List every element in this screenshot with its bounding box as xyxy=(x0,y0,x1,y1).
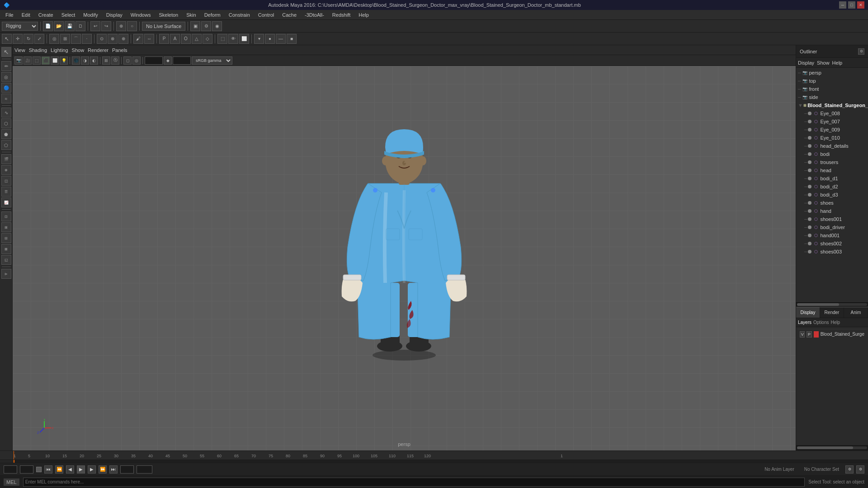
outliner-scrollbar-thumb[interactable] xyxy=(797,303,839,306)
outliner-item-front[interactable]: ─ 📷 front xyxy=(796,85,868,93)
layer-name[interactable]: Blood_Stained_Surge xyxy=(821,332,864,337)
outliner-item-hand[interactable]: ─ ⬡ hand xyxy=(796,207,868,215)
viewport-menu-show[interactable]: Show xyxy=(72,47,85,53)
subdiv-btn[interactable]: ⬠ xyxy=(1,140,11,150)
outliner-item-bodi-d1[interactable]: ─ ⬡ bodi_d1 xyxy=(796,174,868,183)
quick-layout-3[interactable]: ⊟ xyxy=(1,233,11,243)
save-as-btn[interactable]: 🗋 xyxy=(75,21,85,31)
outliner-item-shoes003[interactable]: ─ ⬡ shoes003 xyxy=(796,248,868,256)
ik-tool-btn[interactable]: ⊗ xyxy=(108,34,118,44)
visor-btn[interactable]: ◫ xyxy=(1,176,11,186)
channel-tab-render[interactable]: Render xyxy=(820,307,844,318)
vp-texture-btn[interactable]: ⬜ xyxy=(51,56,59,65)
channel-sub-options[interactable]: Options xyxy=(813,320,829,325)
render-btn[interactable]: ▣ xyxy=(190,21,200,31)
char-set-options-btn[interactable]: ⚙ xyxy=(845,465,854,474)
viewport-menu-lighting[interactable]: Lighting xyxy=(51,47,68,53)
vp-gamma-value[interactable]: 1.00 xyxy=(173,56,191,65)
menu-display[interactable]: Display xyxy=(103,11,126,19)
viewport-menu-view[interactable]: View xyxy=(14,47,25,53)
select-mode-btn[interactable]: ↖ xyxy=(1,47,11,57)
mirror-skin-btn[interactable]: ↔ xyxy=(144,34,154,44)
rotate-tool-btn[interactable]: ↻ xyxy=(24,34,33,44)
outliner-item-root[interactable]: ▼ ⊞ Blood_Stained_Surgeon_ xyxy=(796,101,868,109)
prev-frame-btn[interactable]: ◀ xyxy=(66,465,74,474)
menu-skeleton[interactable]: Skeleton xyxy=(155,11,182,19)
channel-tab-display[interactable]: Display xyxy=(796,307,820,318)
outliner-item-eye008[interactable]: ─ ⬡ Eye_008 xyxy=(796,109,868,117)
vp-msaa-btn[interactable]: ◐ xyxy=(90,56,98,65)
mel-input[interactable] xyxy=(23,478,805,487)
cloth-btn[interactable]: 🔵 xyxy=(1,83,11,93)
maximize-button[interactable]: □ xyxy=(848,1,855,9)
channel-scrollbar-thumb[interactable] xyxy=(797,446,853,449)
outliner-left-btn[interactable]: ☰ xyxy=(1,187,11,197)
redo-btn[interactable]: ↪ xyxy=(101,21,111,31)
layer-visibility-v[interactable]: V xyxy=(800,331,805,338)
channel-scrollbar[interactable] xyxy=(796,445,868,450)
menu-select[interactable]: Select xyxy=(58,11,79,19)
go-to-start-btn[interactable]: ⏮ xyxy=(44,465,52,474)
vp-select-all-btn[interactable]: ◻ xyxy=(123,56,132,65)
paint-weights-btn[interactable]: 🖌 xyxy=(133,34,143,44)
outliner-item-eye010[interactable]: ─ ⬡ Eye_010 xyxy=(796,134,868,142)
menu-modify[interactable]: Modify xyxy=(80,11,101,19)
constraint-parent-btn[interactable]: P xyxy=(159,34,169,44)
outliner-item-shoes001[interactable]: ─ ⬡ shoes001 xyxy=(796,215,868,223)
polygon-btn[interactable]: ⬟ xyxy=(1,129,11,139)
layer-color-swatch[interactable] xyxy=(814,331,819,338)
range-end-input[interactable]: 120 xyxy=(120,465,134,474)
quick-layout-5[interactable]: ◱ xyxy=(1,255,11,265)
vp-gamma-select[interactable]: sRGB gamma xyxy=(192,56,232,65)
viewport-canvas[interactable]: X Y Z persp xyxy=(13,66,796,450)
surface-btn[interactable]: ⬡ xyxy=(1,118,11,128)
outliner-item-trousers[interactable]: ─ ⬡ trousers xyxy=(796,158,868,166)
vp-light-btn[interactable]: 💡 xyxy=(60,56,68,65)
snap-point-btn[interactable]: · xyxy=(82,34,92,44)
open-file-btn[interactable]: 📂 xyxy=(54,21,64,31)
bind-skin-btn[interactable]: ⊕ xyxy=(118,34,128,44)
outliner-item-shoes002[interactable]: ─ ⬡ shoes002 xyxy=(796,239,868,248)
save-file-btn[interactable]: 💾 xyxy=(65,21,75,31)
channel-tab-anim[interactable]: Anim xyxy=(844,307,868,318)
show-hide-btn[interactable]: 👁 xyxy=(228,34,238,44)
vertex-btn[interactable]: ● xyxy=(265,34,275,44)
outliner-item-shoes[interactable]: ─ ⬡ shoes xyxy=(796,199,868,207)
outliner-menu-show[interactable]: Show xyxy=(817,60,830,66)
undo-btn[interactable]: ↩ xyxy=(90,21,100,31)
render-settings-btn[interactable]: ⚙ xyxy=(201,21,211,31)
curve-btn[interactable]: ∿ xyxy=(1,108,11,117)
select-btn[interactable]: ⊕ xyxy=(116,21,126,31)
vp-grid-btn[interactable]: ⊞ xyxy=(102,56,110,65)
close-button[interactable]: ✕ xyxy=(857,1,864,9)
step-back-btn[interactable]: ⏪ xyxy=(55,465,63,474)
snap-curve-btn[interactable]: ⌒ xyxy=(71,34,81,44)
quick-layout-4[interactable]: ⊠ xyxy=(1,244,11,254)
outliner-item-bodi-d2[interactable]: ─ ⬡ bodi_d2 xyxy=(796,183,868,191)
vp-ao-btn[interactable]: ◑ xyxy=(81,56,89,65)
hair-btn[interactable]: ≈ xyxy=(1,94,11,103)
vp-film-btn[interactable]: 🎥 xyxy=(24,56,32,65)
constraint-aim-btn[interactable]: A xyxy=(170,34,180,44)
constraint-orient-btn[interactable]: O xyxy=(181,34,191,44)
hypershade-btn[interactable]: ⊕ xyxy=(1,165,11,175)
vp-wire-btn[interactable]: ⬚ xyxy=(33,56,41,65)
menu-edit[interactable]: Edit xyxy=(18,11,34,19)
anim-end-input[interactable]: 200 xyxy=(137,465,152,474)
soft-select-btn[interactable]: ◎ xyxy=(49,34,59,44)
timeline-track[interactable] xyxy=(14,460,868,463)
go-to-end-btn[interactable]: ⏭ xyxy=(109,465,118,474)
outliner-scrollbar[interactable] xyxy=(796,301,868,307)
menu-3dtall[interactable]: -3DtoAll- xyxy=(301,11,328,19)
paint-btn[interactable]: ✏ xyxy=(1,61,11,71)
vp-shadow-btn[interactable]: 🌑 xyxy=(72,56,80,65)
joint-tool-btn[interactable]: ⊙ xyxy=(97,34,107,44)
outliner-item-hand001[interactable]: ─ ⬡ hand001 xyxy=(796,231,868,239)
lasso-btn[interactable]: ○ xyxy=(127,21,137,31)
viewport[interactable]: View Shading Lighting Show Renderer Pane… xyxy=(13,45,796,450)
menu-help[interactable]: Help xyxy=(355,11,373,19)
outliner-scrollbar-track[interactable] xyxy=(797,303,867,306)
menu-create[interactable]: Create xyxy=(35,11,57,19)
layer-visibility-p[interactable]: P xyxy=(807,331,811,338)
outliner-item-eye009[interactable]: ─ ⬡ Eye_009 xyxy=(796,126,868,134)
